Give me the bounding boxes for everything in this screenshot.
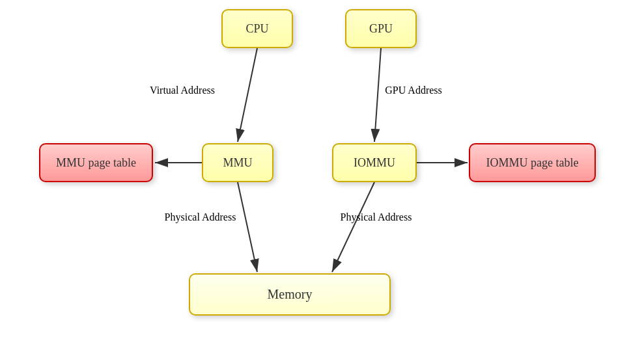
physical-address-left-label: Physical Address <box>143 211 257 223</box>
iommu-box: IOMMU <box>332 143 417 182</box>
svg-line-5 <box>238 182 257 272</box>
svg-line-1 <box>238 48 257 142</box>
iommu-label: IOMMU <box>354 156 395 170</box>
mmu-page-table-label: MMU page table <box>56 156 136 170</box>
diagram: CPU GPU Virtual Address GPU Address MMU … <box>0 0 644 339</box>
mmu-label: MMU <box>223 156 252 170</box>
iommu-page-table-label: IOMMU page table <box>486 156 579 170</box>
memory-box: Memory <box>189 273 391 316</box>
iommu-page-table-box: IOMMU page table <box>469 143 596 182</box>
cpu-label: CPU <box>245 22 268 36</box>
memory-label: Memory <box>268 287 313 302</box>
svg-line-6 <box>332 182 374 272</box>
gpu-label: GPU <box>369 22 393 36</box>
mmu-page-table-box: MMU page table <box>39 143 153 182</box>
mmu-box: MMU <box>202 143 273 182</box>
physical-address-right-label: Physical Address <box>319 211 433 223</box>
gpu-box: GPU <box>345 9 417 48</box>
virtual-address-label: Virtual Address <box>130 85 234 96</box>
gpu-address-label: GPU Address <box>361 85 466 96</box>
cpu-box: CPU <box>221 9 293 48</box>
